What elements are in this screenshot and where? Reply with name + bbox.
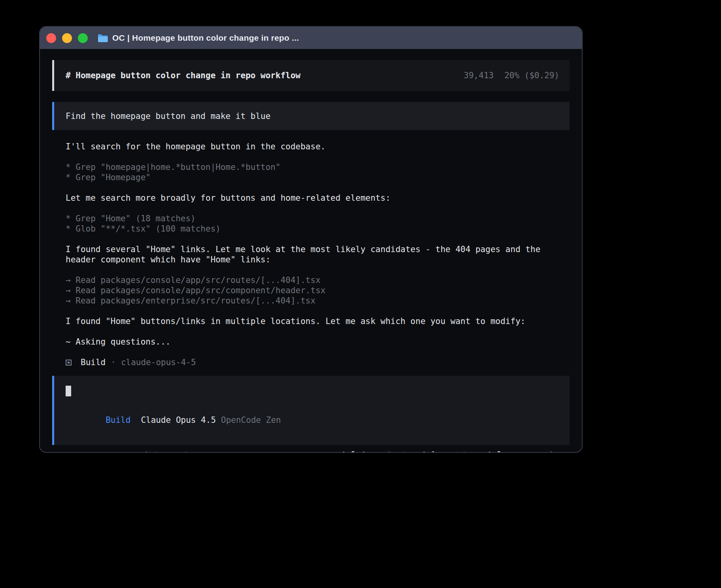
tool-call-grep: * Grep "homepage|home.*button|Home.*butt… [66, 162, 558, 172]
status-line: ~ Asking questions... [66, 337, 558, 347]
assistant-message: I found several "Home" links. Let me loo… [66, 244, 558, 265]
agent-mode-icon [66, 360, 72, 366]
input-status-line: BuildClaude Opus 4.5OpenCode Zen [66, 405, 559, 435]
tool-call-read: → Read packages/console/app/src/componen… [66, 285, 558, 296]
spinner-dots: ········ [68, 450, 115, 453]
tool-call-group: → Read packages/console/app/src/routes/[… [66, 275, 558, 306]
shortcut-label-agents: agents [442, 450, 472, 453]
status-bar: ········ esc interrupt ctrl+t variants t… [68, 450, 557, 453]
agent-line: Build · claude-opus-4-5 [66, 357, 558, 368]
folder-icon [97, 34, 108, 42]
window-title: OC | Homepage button color change in rep… [112, 33, 299, 43]
agent-separator: · [111, 357, 116, 368]
shortcut-key-variants[interactable]: ctrl+t [336, 450, 366, 453]
input-cursor [66, 386, 71, 396]
tool-call-glob: * Glob "**/*.tsx" (100 matches) [66, 224, 558, 234]
session-title: # Homepage button color change in repo w… [66, 71, 300, 80]
terminal-window: OC | Homepage button color change in rep… [39, 26, 583, 453]
tool-call-grep: * Grep "Home" (18 matches) [66, 213, 558, 224]
session-meta: 39,413 20% ($0.29) [464, 71, 559, 80]
minimize-button[interactable] [62, 33, 72, 43]
shortcut-key-commands[interactable]: ctrl+p [482, 450, 512, 453]
traffic-lights [46, 33, 88, 43]
interrupt-label: interrupt [144, 450, 189, 453]
tool-call-read: → Read packages/enterprise/src/routes/[.… [66, 296, 558, 306]
terminal-content: # Homepage button color change in repo w… [40, 49, 582, 453]
token-count: 39,413 [464, 71, 494, 80]
shortcut-label-commands: commands [517, 450, 557, 453]
provider-label: OpenCode Zen [221, 415, 281, 425]
mode-label[interactable]: Build [106, 415, 130, 425]
tool-call-read: → Read packages/console/app/src/routes/[… [66, 275, 558, 285]
session-header: # Homepage button color change in repo w… [52, 60, 570, 91]
user-message: Find the homepage button and make it blu… [52, 102, 570, 130]
context-usage: 20% ($0.29) [504, 71, 559, 80]
shortcut-key-agents[interactable]: tab [422, 450, 437, 453]
model-label: Claude Opus 4.5 [141, 415, 216, 425]
agent-model: claude-opus-4-5 [121, 357, 196, 368]
tool-call-group: * Grep "Home" (18 matches) * Glob "**/*.… [66, 213, 558, 234]
tool-call-grep: * Grep "Homepage" [66, 172, 558, 183]
user-message-text: Find the homepage button and make it blu… [66, 111, 270, 121]
assistant-message: I found "Home" buttons/links in multiple… [66, 316, 558, 326]
shortcut-label-variants: variants [372, 450, 411, 453]
prompt-input[interactable]: BuildClaude Opus 4.5OpenCode Zen [52, 376, 570, 445]
titlebar[interactable]: OC | Homepage button color change in rep… [40, 27, 582, 49]
agent-name: Build [81, 357, 106, 368]
assistant-message: Let me search more broadly for buttons a… [66, 193, 558, 203]
transcript: I'll search for the homepage button in t… [66, 141, 558, 368]
close-button[interactable] [46, 33, 56, 43]
assistant-message: I'll search for the homepage button in t… [66, 141, 558, 152]
tool-call-group: * Grep "homepage|home.*button|Home.*butt… [66, 162, 558, 183]
zoom-button[interactable] [78, 33, 88, 43]
esc-key[interactable]: esc [124, 450, 139, 453]
